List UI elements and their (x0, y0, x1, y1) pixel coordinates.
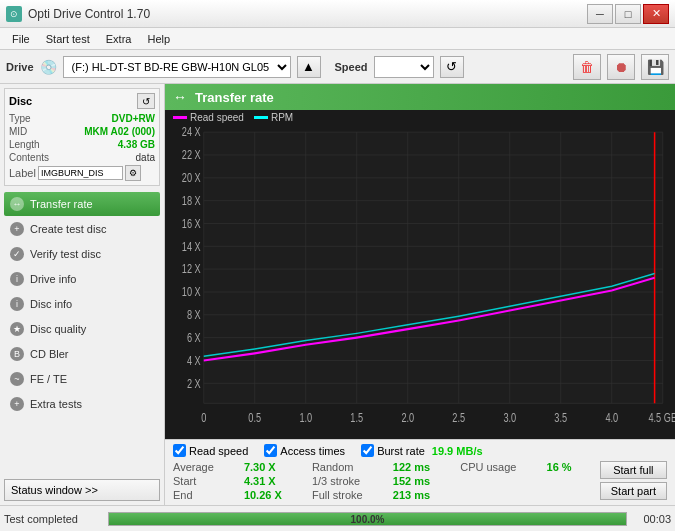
start-full-button[interactable]: Start full (600, 461, 667, 479)
results-checkboxes: Read speed Access times Burst rate 19.9 … (173, 444, 667, 457)
speed-select[interactable] (374, 56, 434, 78)
svg-text:4 X: 4 X (187, 353, 201, 367)
transfer-rate-icon: ↔ (10, 197, 24, 211)
sidebar-item-drive-info[interactable]: i Drive info (4, 267, 160, 291)
sidebar-item-label-disc-info: Disc info (30, 298, 72, 310)
access-times-check: Access times (264, 444, 345, 457)
sidebar-item-label-verify-test-disc: Verify test disc (30, 248, 101, 260)
chart-svg: 24 X 22 X 20 X 18 X 16 X 14 X 12 X 10 X … (165, 125, 675, 439)
disc-label-label: Label (9, 167, 36, 179)
menu-file[interactable]: File (4, 31, 38, 47)
svg-text:3.5: 3.5 (554, 410, 567, 424)
record-button[interactable]: ⏺ (607, 54, 635, 80)
legend-read-speed: Read speed (173, 112, 244, 123)
svg-text:10 X: 10 X (182, 285, 201, 299)
cd-bler-icon: B (10, 347, 24, 361)
results-grid-container: Average 7.30 X Random 122 ms CPU usage 1… (173, 461, 667, 501)
fe-te-icon: ~ (10, 372, 24, 386)
svg-text:24 X: 24 X (182, 125, 201, 139)
disc-title: Disc (9, 95, 32, 107)
stroke-value: 152 ms (393, 475, 450, 487)
sidebar-item-extra-tests[interactable]: + Extra tests (4, 392, 160, 416)
svg-text:2.0: 2.0 (401, 410, 414, 424)
sidebar-item-transfer-rate[interactable]: ↔ Transfer rate (4, 192, 160, 216)
average-label: Average (173, 461, 234, 473)
sidebar-item-label-cd-bler: CD Bler (30, 348, 69, 360)
chart-area: 24 X 22 X 20 X 18 X 16 X 14 X 12 X 10 X … (165, 125, 675, 439)
disc-type-row: Type DVD+RW (9, 113, 155, 124)
chart-header: ↔ Transfer rate (165, 84, 675, 110)
disc-quality-icon: ★ (10, 322, 24, 336)
svg-text:3.0: 3.0 (503, 410, 516, 424)
disc-label-input[interactable] (38, 166, 123, 180)
maximize-button[interactable]: □ (615, 4, 641, 24)
title-bar: ⊙ Opti Drive Control 1.70 ─ □ ✕ (0, 0, 675, 28)
random-label: Random (312, 461, 383, 473)
disc-label-icon-button[interactable]: ⚙ (125, 165, 141, 181)
drive-info-icon: i (10, 272, 24, 286)
rpm-color-swatch (254, 116, 268, 119)
read-speed-check: Read speed (173, 444, 248, 457)
legend-read-speed-label: Read speed (190, 112, 244, 123)
svg-text:8 X: 8 X (187, 308, 201, 322)
sidebar-item-verify-test-disc[interactable]: ✓ Verify test disc (4, 242, 160, 266)
sidebar-item-label-transfer-rate: Transfer rate (30, 198, 93, 210)
sidebar-item-fe-te[interactable]: ~ FE / TE (4, 367, 160, 391)
legend-rpm: RPM (254, 112, 293, 123)
menu-extra[interactable]: Extra (98, 31, 140, 47)
sidebar-item-cd-bler[interactable]: B CD Bler (4, 342, 160, 366)
progress-bar-container: 100.0% (108, 512, 627, 526)
sidebar-item-create-test-disc[interactable]: + Create test disc (4, 217, 160, 241)
menu-bar: File Start test Extra Help (0, 28, 675, 50)
disc-info-icon: i (10, 297, 24, 311)
action-buttons: Start full Start part (600, 461, 667, 500)
access-times-checkbox[interactable] (264, 444, 277, 457)
svg-text:14 X: 14 X (182, 239, 201, 253)
drive-eject-button[interactable]: ▲ (297, 56, 321, 78)
start-part-button[interactable]: Start part (600, 482, 667, 500)
random-value: 122 ms (393, 461, 450, 473)
verify-test-disc-icon: ✓ (10, 247, 24, 261)
results-grid: Average 7.30 X Random 122 ms CPU usage 1… (173, 461, 592, 501)
read-speed-checkbox[interactable] (173, 444, 186, 457)
extra-tests-icon: + (10, 397, 24, 411)
burst-rate-check: Burst rate 19.9 MB/s (361, 444, 482, 457)
sidebar-item-disc-quality[interactable]: ★ Disc quality (4, 317, 160, 341)
disc-panel: Disc ↺ Type DVD+RW MID MKM A02 (000) Len… (4, 88, 160, 186)
sidebar-nav: ↔ Transfer rate + Create test disc ✓ Ver… (0, 190, 164, 475)
svg-text:12 X: 12 X (182, 262, 201, 276)
minimize-button[interactable]: ─ (587, 4, 613, 24)
burst-rate-value: 19.9 MB/s (432, 445, 483, 457)
refresh-button[interactable]: ↺ (440, 56, 464, 78)
window-controls: ─ □ ✕ (587, 4, 669, 24)
full-stroke-label: Full stroke (312, 489, 383, 501)
menu-help[interactable]: Help (139, 31, 178, 47)
burst-rate-checkbox[interactable] (361, 444, 374, 457)
progress-bar-text: 100.0% (109, 513, 626, 527)
erase-button[interactable]: 🗑 (573, 54, 601, 80)
menu-start-test[interactable]: Start test (38, 31, 98, 47)
svg-text:2.5: 2.5 (452, 410, 465, 424)
svg-rect-1 (204, 132, 663, 403)
sidebar-item-disc-info[interactable]: i Disc info (4, 292, 160, 316)
disc-refresh-button[interactable]: ↺ (137, 93, 155, 109)
disc-mid-value: MKM A02 (000) (84, 126, 155, 137)
end-value: 10.26 X (244, 489, 302, 501)
sidebar-item-label-fe-te: FE / TE (30, 373, 67, 385)
save-button[interactable]: 💾 (641, 54, 669, 80)
toolbar: Drive 💿 (F:) HL-DT-ST BD-RE GBW-H10N GL0… (0, 50, 675, 84)
sidebar-item-label-create-test-disc: Create test disc (30, 223, 106, 235)
svg-text:0.5: 0.5 (248, 410, 261, 424)
svg-text:4.5 GB: 4.5 GB (648, 410, 675, 424)
end-label: End (173, 489, 234, 501)
stroke-label: 1/3 stroke (312, 475, 383, 487)
sidebar-item-label-extra-tests: Extra tests (30, 398, 82, 410)
status-time: 00:03 (631, 513, 671, 525)
disc-label-row: Label ⚙ (9, 165, 155, 181)
status-window-button[interactable]: Status window >> (4, 479, 160, 501)
svg-text:4.0: 4.0 (605, 410, 618, 424)
drive-select[interactable]: (F:) HL-DT-ST BD-RE GBW-H10N GL05 (63, 56, 291, 78)
cpu-usage-value: 16 % (547, 461, 592, 473)
start-label: Start (173, 475, 234, 487)
close-button[interactable]: ✕ (643, 4, 669, 24)
